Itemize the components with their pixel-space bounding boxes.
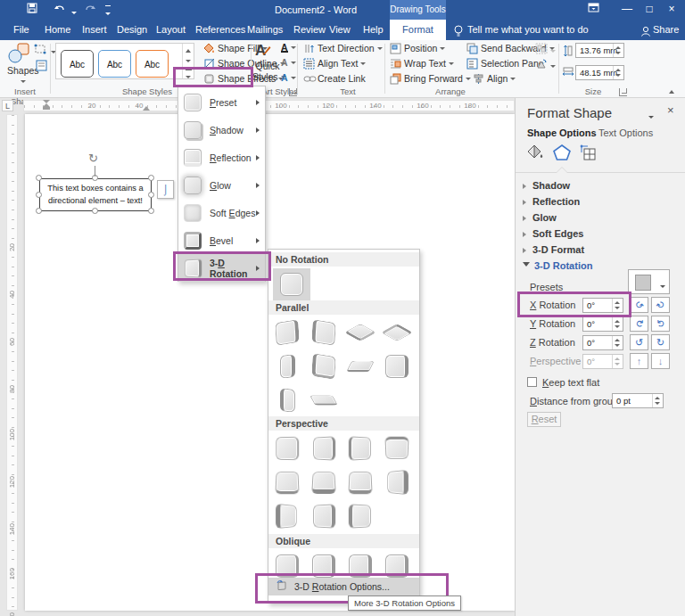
tab-file[interactable]: File: [13, 20, 29, 40]
selection-handle[interactable]: [36, 192, 42, 198]
redo-icon[interactable]: [82, 3, 96, 15]
text-outline-icon[interactable]: A: [281, 57, 296, 68]
rotation-thumbnail[interactable]: [384, 551, 410, 580]
section-glow[interactable]: Glow: [523, 212, 557, 223]
text-effects-icon[interactable]: A: [281, 72, 296, 83]
y-rotation-down-button[interactable]: ↺: [651, 316, 670, 332]
shape-width-field[interactable]: 48.15 mm: [575, 65, 624, 80]
wordart-dialog-launcher-icon[interactable]: [289, 88, 297, 96]
position-button[interactable]: Position: [390, 43, 445, 54]
rotation-thumbnail[interactable]: [310, 385, 337, 415]
tab-format-active[interactable]: Format: [390, 20, 446, 40]
menu-item-3d-rotation[interactable]: 3-D Rotation: [178, 254, 265, 282]
rotation-thumbnail[interactable]: [274, 433, 301, 463]
pane-close-icon[interactable]: ×: [667, 103, 674, 117]
rotation-thumbnail[interactable]: [310, 501, 337, 530]
rotation-thumbnail[interactable]: [310, 551, 337, 580]
menu-item-preset[interactable]: Preset: [178, 88, 265, 116]
y-rotation-field[interactable]: 0°: [582, 316, 623, 332]
tab-selector[interactable]: L: [2, 100, 13, 111]
rotation-thumbnail[interactable]: [347, 467, 374, 497]
effects-icon[interactable]: [551, 143, 573, 164]
z-rotation-cw-button[interactable]: ↻: [651, 334, 670, 350]
horizontal-ruler[interactable]: 20 40 100 120 140 160 180: [23, 100, 515, 111]
layout-options-button[interactable]: ⌡: [157, 180, 174, 199]
tab-insert[interactable]: Insert: [82, 20, 107, 40]
rotation-thumbnail[interactable]: [384, 433, 410, 463]
rotation-thumbnail[interactable]: [310, 467, 337, 497]
selected-text-box[interactable]: This text boxes contains a directional e…: [39, 178, 152, 211]
tab-references[interactable]: References: [195, 20, 245, 40]
tab-mailings[interactable]: Mailings: [247, 20, 283, 40]
gallery-scroll-up-icon[interactable]: [182, 44, 194, 55]
menu-item-soft-edges[interactable]: Soft Edges: [178, 199, 265, 226]
first-line-indent-marker[interactable]: [43, 100, 50, 110]
shapes-button[interactable]: Shapes: [7, 65, 36, 86]
edit-shape-icon[interactable]: [34, 44, 56, 57]
quick-styles-icon[interactable]: A: [255, 42, 271, 60]
shape-style-thumb-orange[interactable]: Abc: [136, 50, 169, 78]
quick-styles-button[interactable]: QuickStyles: [252, 62, 283, 82]
x-rotation-right-button[interactable]: ↻: [651, 297, 670, 313]
bring-forward-button[interactable]: Bring Forward: [390, 73, 471, 85]
tell-me-input[interactable]: Tell me what you want to do: [467, 20, 589, 40]
rotation-thumbnail[interactable]: [310, 317, 337, 347]
x-rotation-left-button[interactable]: ↺: [630, 297, 648, 313]
rotation-thumbnail[interactable]: [347, 317, 374, 347]
vertical-ruler[interactable]: 20 40 60 80 100 120 140 160 180 200 220: [6, 114, 18, 611]
x-rotation-field[interactable]: 0°: [582, 298, 623, 313]
menu-item-glow[interactable]: Glow: [178, 171, 265, 199]
width-stepper[interactable]: [613, 66, 623, 79]
3d-rotation-options-item[interactable]: 3-D Rotation Options...: [268, 578, 420, 595]
no-rotation-thumbnail-selected[interactable]: [273, 268, 310, 300]
right-indent-marker[interactable]: [143, 106, 150, 111]
rotation-thumbnail[interactable]: [384, 467, 410, 497]
z-rotation-ccw-button[interactable]: ↺: [630, 334, 648, 350]
rotation-thumbnail[interactable]: [384, 351, 410, 381]
tab-shape-options[interactable]: Shape Options: [527, 127, 597, 138]
align-button[interactable]: Align: [473, 73, 516, 85]
gallery-scroll-down-icon[interactable]: [182, 55, 194, 67]
rotation-thumbnail[interactable]: [347, 351, 374, 381]
rotation-thumbnail[interactable]: [274, 501, 301, 530]
height-stepper[interactable]: [613, 44, 623, 57]
rotation-thumbnail[interactable]: [310, 433, 337, 463]
section-3d-format[interactable]: 3-D Format: [523, 244, 584, 255]
tab-layout[interactable]: Layout: [156, 20, 186, 40]
selection-handle[interactable]: [148, 192, 154, 198]
z-rotation-field[interactable]: 0°: [582, 335, 623, 350]
group-objects-icon[interactable]: [535, 43, 556, 56]
tab-review[interactable]: Review: [293, 20, 326, 40]
section-soft-edges[interactable]: Soft Edges: [523, 228, 583, 239]
customize-qat-icon[interactable]: [105, 5, 111, 19]
pane-dropdown-icon[interactable]: [646, 111, 654, 122]
tab-help[interactable]: Help: [363, 20, 384, 40]
close-button[interactable]: ×: [660, 0, 683, 20]
selection-handle[interactable]: [148, 208, 154, 214]
selection-handle[interactable]: [148, 175, 154, 181]
rotation-thumbnail[interactable]: [347, 501, 374, 530]
wrap-text-button[interactable]: Wrap Text: [390, 58, 454, 70]
menu-item-reflection[interactable]: Reflection: [178, 144, 265, 171]
rotation-thumbnail[interactable]: [274, 551, 301, 580]
rotate-objects-icon[interactable]: [535, 58, 556, 71]
selection-pane-button[interactable]: Selection Pane: [466, 58, 544, 70]
create-link-button[interactable]: Create Link: [303, 73, 366, 85]
section-3d-rotation-expanded[interactable]: 3-D Rotation: [523, 260, 592, 271]
selection-handle[interactable]: [36, 175, 42, 181]
rotate-handle-icon[interactable]: ↻: [88, 152, 98, 165]
undo-icon[interactable]: [54, 3, 68, 15]
tab-design[interactable]: Design: [117, 20, 147, 40]
rotation-thumbnail[interactable]: [310, 351, 337, 381]
rotation-thumbnail[interactable]: [274, 317, 301, 347]
keep-text-flat-checkbox[interactable]: [527, 377, 537, 387]
text-fill-icon[interactable]: A: [281, 42, 296, 53]
layout-properties-icon[interactable]: [578, 143, 598, 164]
collapse-ribbon-icon[interactable]: [669, 85, 674, 95]
rotation-thumbnail[interactable]: [347, 551, 374, 580]
tab-view[interactable]: View: [329, 20, 351, 40]
tab-text-options[interactable]: Text Options: [598, 127, 653, 138]
rotation-thumbnail[interactable]: [384, 317, 410, 347]
share-button[interactable]: Share: [653, 20, 679, 40]
rotation-thumbnail[interactable]: [274, 385, 301, 415]
